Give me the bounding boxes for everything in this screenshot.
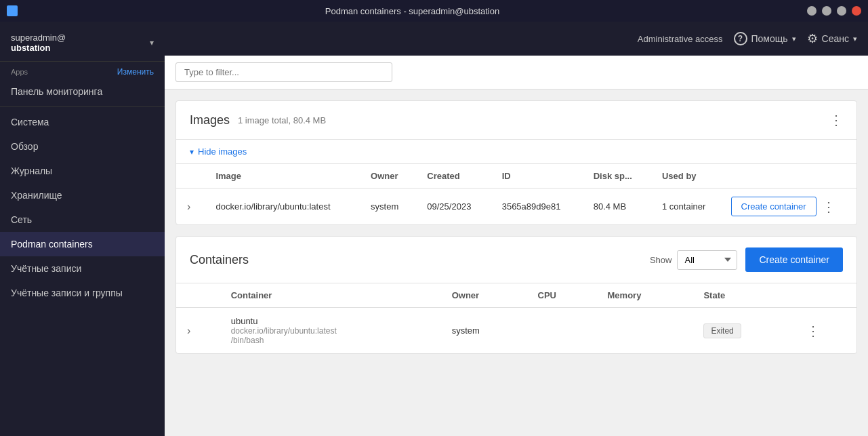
cont-expand-cell: ›	[176, 308, 220, 354]
containers-table: Container Owner CPU Memory State ›	[176, 283, 856, 353]
images-section: Images 1 image total, 80.4 MB ⋮ ▾ Hide i…	[175, 100, 857, 225]
image-owner-cell: system	[360, 189, 416, 225]
col-owner: Owner	[360, 164, 416, 189]
col-diskspace: Disk sp...	[583, 164, 651, 189]
cont-cpu-cell	[527, 308, 597, 354]
cont-col-actions	[795, 283, 856, 308]
main-content: Images 1 image total, 80.4 MB ⋮ ▾ Hide i…	[165, 90, 868, 436]
images-section-header: Images 1 image total, 80.4 MB ⋮	[176, 101, 856, 140]
help-label: Помощь	[751, 33, 788, 44]
sidebar-item-system-label: Система	[11, 117, 49, 127]
app-icon	[7, 5, 18, 16]
cont-col-state: State	[693, 283, 795, 308]
table-row: › ubuntu docker.io/library/ubuntu:latest…	[176, 308, 856, 354]
sidebar: superadmin@ ubstation ▾ Apps Изменить Па…	[0, 22, 165, 436]
sidebar-item-podman[interactable]: Podman containers	[0, 232, 165, 256]
containers-section: Containers Show All Running Stopped Crea…	[175, 236, 857, 354]
col-image: Image	[205, 164, 360, 189]
content-area: Administrative access ? Помощь ▾ ⚙ Сеанс…	[165, 22, 868, 436]
filter-input[interactable]	[175, 62, 392, 82]
sidebar-item-logs[interactable]: Журналы	[0, 159, 165, 183]
images-menu-icon[interactable]: ⋮	[829, 112, 843, 128]
sidebar-item-network[interactable]: Сеть	[0, 207, 165, 232]
image-name-cell: docker.io/library/ubuntu:latest	[205, 189, 360, 225]
image-create-container-button[interactable]: Create container	[731, 197, 817, 216]
cont-row-expand-icon[interactable]: ›	[187, 325, 190, 336]
cont-actions-cell: ⋮	[795, 308, 856, 354]
create-container-button[interactable]: Create container	[745, 247, 843, 272]
help-chevron-icon: ▾	[792, 35, 796, 43]
containers-title: Containers	[190, 253, 650, 267]
containers-section-header: Containers Show All Running Stopped Crea…	[176, 237, 856, 283]
app-layout: superadmin@ ubstation ▾ Apps Изменить Па…	[0, 22, 868, 436]
sidebar-user-info: superadmin@ ubstation	[11, 33, 66, 53]
sidebar-apps-label: Apps Изменить	[0, 62, 165, 79]
gear-icon: ⚙	[807, 31, 818, 46]
images-title: Images	[190, 113, 230, 127]
restore-button[interactable]	[822, 6, 831, 16]
image-row-menu-icon[interactable]: ⋮	[822, 199, 835, 215]
session-label: Сеанс	[822, 33, 849, 44]
image-created-cell: 09/25/2023	[416, 189, 491, 225]
sidebar-item-storage-label: Хранилище	[11, 190, 62, 201]
cont-state-cell: Exited	[693, 308, 795, 354]
image-id-cell: 3565a89d9e81	[491, 189, 583, 225]
titlebar-left	[7, 5, 18, 16]
cont-col-owner: Owner	[441, 283, 527, 308]
filter-bar	[165, 56, 868, 90]
titlebar-controls	[807, 6, 861, 16]
top-header: Administrative access ? Помощь ▾ ⚙ Сеанс…	[165, 22, 868, 56]
sidebar-change-link[interactable]: Изменить	[117, 67, 154, 77]
hide-images-toggle[interactable]: ▾ Hide images	[176, 140, 856, 164]
col-id: ID	[491, 164, 583, 189]
images-meta: 1 image total, 80.4 MB	[238, 115, 829, 125]
help-button[interactable]: ? Помощь ▾	[734, 32, 796, 45]
state-badge: Exited	[703, 323, 741, 338]
close-button[interactable]	[852, 6, 861, 16]
sidebar-item-accounts-label: Учётные записи	[11, 263, 81, 274]
hide-images-label: Hide images	[198, 146, 247, 157]
show-label: Show	[650, 255, 672, 265]
expand-cell: ›	[176, 189, 205, 225]
image-disk-cell: 80.4 MB	[583, 189, 651, 225]
sidebar-item-accounts[interactable]: Учётные записи	[0, 256, 165, 281]
sidebar-item-accounts-groups[interactable]: Учётные записи и группы	[0, 281, 165, 305]
table-row: › docker.io/library/ubuntu:latest system…	[176, 189, 856, 225]
container-sub-info: docker.io/library/ubuntu:latest/bin/bash	[231, 326, 430, 345]
maximize-button[interactable]	[837, 6, 846, 16]
cont-memory-cell	[597, 308, 693, 354]
col-usedby: Used by	[651, 164, 726, 189]
cont-col-expand	[176, 283, 220, 308]
hide-toggle-chevron-icon: ▾	[190, 147, 194, 157]
image-usedby-cell: 1 container	[651, 189, 726, 225]
show-select[interactable]: All Running Stopped	[677, 250, 737, 270]
cont-owner-cell: system	[441, 308, 527, 354]
sidebar-item-network-label: Сеть	[11, 214, 32, 225]
containers-table-header-row: Container Owner CPU Memory State	[176, 283, 856, 308]
images-table: Image Owner Created ID Disk sp... Used b…	[176, 164, 856, 224]
sidebar-item-overview[interactable]: Обзор	[0, 134, 165, 159]
sidebar-item-monitoring[interactable]: Панель мониторинга	[0, 79, 165, 104]
session-button[interactable]: ⚙ Сеанс ▾	[807, 31, 857, 46]
sidebar-item-storage[interactable]: Хранилище	[0, 183, 165, 207]
sidebar-item-system[interactable]: Система	[0, 110, 165, 134]
help-icon: ?	[734, 32, 747, 45]
sidebar-user[interactable]: superadmin@ ubstation ▾	[0, 22, 165, 62]
sidebar-user-chevron-icon: ▾	[150, 38, 154, 47]
svg-rect-0	[9, 7, 16, 14]
titlebar: Podman containers - superadmin@ubstation	[0, 0, 868, 22]
sidebar-item-accounts-groups-label: Учётные записи и группы	[11, 288, 123, 298]
session-chevron-icon: ▾	[853, 35, 857, 43]
cont-row-menu-icon[interactable]: ⋮	[806, 323, 820, 338]
col-expand	[176, 164, 205, 189]
image-actions-cell: Create container ⋮	[726, 189, 857, 224]
sidebar-hostname: ubstation	[11, 43, 51, 53]
container-name: ubuntu	[231, 316, 430, 326]
cont-col-memory: Memory	[597, 283, 693, 308]
sidebar-username: superadmin@	[11, 33, 66, 43]
row-expand-icon[interactable]: ›	[187, 201, 190, 212]
cont-name-cell: ubuntu docker.io/library/ubuntu:latest/b…	[220, 308, 441, 354]
cont-col-cpu: CPU	[527, 283, 597, 308]
sidebar-item-podman-label: Podman containers	[11, 239, 93, 250]
minimize-button[interactable]	[807, 6, 817, 16]
